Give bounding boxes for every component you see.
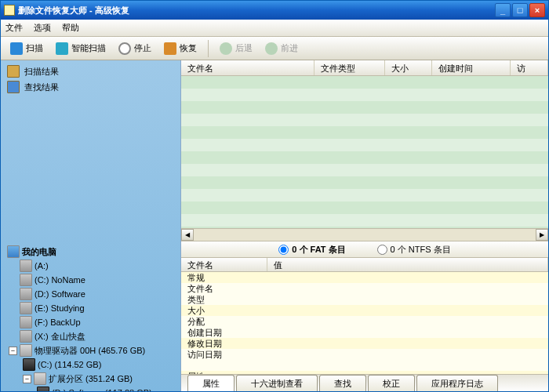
toolbar-separator	[208, 40, 209, 57]
tree-physical[interactable]: − 物理驱动器 00H (465.76 GB)	[7, 343, 174, 358]
scan-icon	[10, 42, 23, 55]
app-window: 删除文件恢复大师 - 高级恢复 _ □ × 文件 选项 帮助 扫描 智能扫描 停…	[0, 0, 549, 392]
back-button[interactable]: 后退	[215, 40, 257, 57]
drive-icon	[20, 274, 32, 286]
tab-log[interactable]: 应用程序日志	[416, 375, 498, 391]
file-list: 文件名 文件类型 大小 创建时间 访 ◀ ▶	[181, 60, 548, 241]
col-ctime[interactable]: 创建时间	[432, 60, 511, 75]
minimize-button[interactable]: _	[495, 3, 511, 17]
dcol-value[interactable]: 值	[267, 258, 548, 271]
forward-icon	[265, 42, 278, 55]
search-folder-icon	[7, 81, 20, 93]
fat-radio[interactable]: 0 个 FAT 条目	[278, 244, 345, 256]
tree-extended[interactable]: − 扩展分区 (351.24 GB)	[7, 372, 174, 386]
details-header: 文件名 值	[181, 258, 548, 272]
detail-row[interactable]: 类型	[181, 294, 548, 305]
forward-button[interactable]: 前进	[260, 40, 303, 57]
recover-button[interactable]: 恢复	[159, 40, 202, 57]
partition-icon	[23, 358, 35, 371]
filelist-header: 文件名 文件类型 大小 创建时间 访	[181, 60, 548, 76]
disk-icon	[20, 344, 32, 357]
stop-button[interactable]: 停止	[114, 40, 156, 57]
drive-icon	[20, 316, 32, 328]
tree-ext-child[interactable]: (D:) Software (117.08 GB)	[7, 386, 174, 391]
close-button[interactable]: ×	[529, 3, 545, 17]
tab-props[interactable]: 属性	[187, 375, 235, 391]
col-access[interactable]: 访	[511, 60, 548, 75]
back-icon	[220, 42, 232, 55]
tree-phys-c[interactable]: (C:) (114.52 GB)	[7, 358, 174, 372]
tab-verify[interactable]: 校正	[368, 375, 415, 391]
collapse-icon[interactable]: −	[9, 347, 17, 355]
ntfs-radio[interactable]: 0 个 NTFS 条目	[377, 244, 451, 256]
tree-drive[interactable]: (D:) Software	[7, 287, 174, 301]
bottom-tabs: 属性 十六进制查看 查找 校正 应用程序日志	[181, 374, 548, 391]
titlebar[interactable]: 删除文件恢复大师 - 高级恢复 _ □ ×	[1, 1, 548, 20]
folder-icon	[7, 65, 20, 78]
menu-options[interactable]: 选项	[34, 22, 51, 34]
scan-results-item[interactable]: 扫描结果	[7, 64, 174, 79]
drive-icon	[20, 288, 32, 300]
menubar: 文件 选项 帮助	[1, 20, 548, 37]
detail-row[interactable]	[181, 360, 548, 371]
scroll-right-icon[interactable]: ▶	[536, 229, 548, 241]
left-pane: 扫描结果 查找结果 我的电脑 (A:)(C:) NoName(D:) Softw…	[1, 60, 181, 391]
tree-drive[interactable]: (A:)	[7, 259, 174, 273]
detail-row[interactable]: 大小	[181, 305, 548, 316]
partition-icon	[37, 387, 49, 391]
computer-icon	[7, 245, 20, 258]
scroll-track[interactable]	[194, 229, 536, 241]
tab-find[interactable]: 查找	[319, 375, 366, 391]
filelist-body[interactable]	[181, 76, 548, 228]
h-scrollbar[interactable]: ◀ ▶	[181, 228, 548, 241]
window-title: 删除文件恢复大师 - 高级恢复	[18, 5, 493, 16]
detail-row[interactable]: 常规	[181, 272, 548, 283]
filter-bar: 0 个 FAT 条目 0 个 NTFS 条目	[181, 241, 548, 258]
tree-drive[interactable]: (F:) BackUp	[7, 315, 174, 329]
col-size[interactable]: 大小	[385, 60, 432, 75]
stop-icon	[118, 42, 131, 55]
drive-icon	[20, 330, 32, 343]
maximize-button[interactable]: □	[512, 3, 528, 17]
tree-mycomputer[interactable]: 我的电脑	[7, 245, 174, 259]
tab-hex[interactable]: 十六进制查看	[236, 375, 318, 391]
dcol-name[interactable]: 文件名	[181, 258, 267, 271]
extended-icon	[34, 372, 46, 385]
search-results-item[interactable]: 查找结果	[7, 79, 174, 95]
scroll-left-icon[interactable]: ◀	[181, 229, 194, 241]
col-filename[interactable]: 文件名	[181, 60, 314, 75]
menu-file[interactable]: 文件	[5, 22, 23, 34]
col-type[interactable]: 文件类型	[314, 60, 385, 75]
tree-drive[interactable]: (E:) Studying	[7, 301, 174, 315]
details-body[interactable]: 常规文件名类型大小分配创建日期修改日期访问日期属性只读系统	[181, 272, 548, 374]
detail-row[interactable]: 分配	[181, 316, 548, 327]
detail-row[interactable]: 访问日期	[181, 349, 548, 360]
tree-drive[interactable]: (X:) 金山快盘	[7, 329, 174, 343]
ntfs-radio-input[interactable]	[377, 245, 387, 255]
drive-tree: 我的电脑 (A:)(C:) NoName(D:) Software(E:) St…	[1, 238, 180, 391]
detail-row[interactable]: 修改日期	[181, 338, 548, 349]
app-icon	[4, 5, 15, 16]
menu-help[interactable]: 帮助	[62, 22, 79, 34]
detail-row[interactable]: 文件名	[181, 283, 548, 294]
toolbar: 扫描 智能扫描 停止 恢复 后退 前进	[1, 37, 548, 60]
details-panel: 文件名 值 常规文件名类型大小分配创建日期修改日期访问日期属性只读系统	[181, 258, 548, 374]
collapse-icon[interactable]: −	[23, 375, 31, 383]
smartscan-icon	[56, 42, 68, 55]
detail-row[interactable]: 创建日期	[181, 327, 548, 338]
smartscan-button[interactable]: 智能扫描	[51, 40, 111, 57]
fat-radio-input[interactable]	[278, 245, 289, 255]
scan-button[interactable]: 扫描	[5, 40, 48, 57]
right-pane: 文件名 文件类型 大小 创建时间 访 ◀ ▶ 0 个 FAT 条目	[181, 60, 548, 391]
drive-icon	[20, 302, 32, 314]
results-box: 扫描结果 查找结果	[1, 60, 180, 98]
drive-icon	[20, 260, 32, 272]
tree-drive[interactable]: (C:) NoName	[7, 273, 174, 287]
main-area: 扫描结果 查找结果 我的电脑 (A:)(C:) NoName(D:) Softw…	[1, 60, 548, 391]
recover-icon	[164, 42, 176, 55]
